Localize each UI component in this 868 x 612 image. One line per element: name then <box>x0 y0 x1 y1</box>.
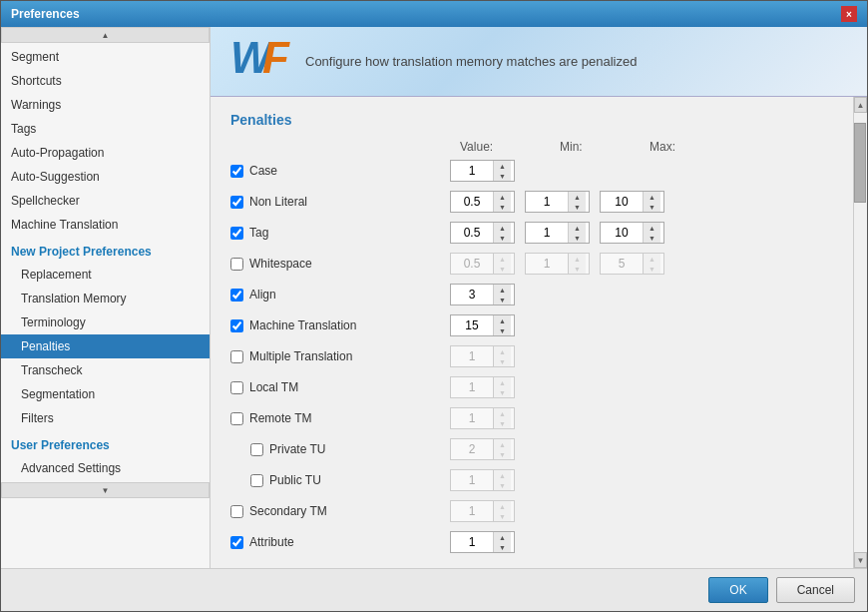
sidebar-item-spellchecker[interactable]: Spellchecker <box>1 189 210 213</box>
dialog-title: Preferences <box>11 7 80 21</box>
sidebar-item-replacement[interactable]: Replacement <box>1 263 210 287</box>
non-literal-value-spinner[interactable]: ▲ ▼ <box>450 191 515 213</box>
tag-min-up[interactable]: ▲ <box>568 223 586 233</box>
sidebar-item-tags[interactable]: Tags <box>1 117 210 141</box>
align-value-down[interactable]: ▼ <box>493 295 511 305</box>
multiple-translation-value-spinner-btns: ▲ ▼ <box>493 346 511 366</box>
sidebar-scroll-down[interactable]: ▼ <box>1 482 210 498</box>
ok-button[interactable]: OK <box>708 577 767 603</box>
penalty-row-multiple-translation: Multiple Translation ▲ ▼ <box>230 343 833 369</box>
tag-min-down[interactable]: ▼ <box>568 233 586 243</box>
sidebar-item-transcheck[interactable]: Transcheck <box>1 358 210 382</box>
align-value-spinner[interactable]: ▲ ▼ <box>450 284 515 306</box>
non-literal-checkbox[interactable] <box>230 196 243 209</box>
non-literal-max-down[interactable]: ▼ <box>643 202 660 212</box>
case-value-spinner-btns: ▲ ▼ <box>493 161 511 181</box>
tag-max-input[interactable] <box>601 223 643 243</box>
tag-max-up[interactable]: ▲ <box>643 223 660 233</box>
tag-value-up[interactable]: ▲ <box>493 223 511 233</box>
attribute-checkbox[interactable] <box>230 536 243 549</box>
whitespace-min-input <box>526 254 568 274</box>
sidebar-item-terminology[interactable]: Terminology <box>1 310 210 334</box>
non-literal-value-down[interactable]: ▼ <box>493 202 511 212</box>
align-checkbox[interactable] <box>230 289 243 302</box>
sidebar-item-shortcuts[interactable]: Shortcuts <box>1 69 210 93</box>
machine-translation-label: Machine Translation <box>249 318 356 332</box>
non-literal-min-down[interactable]: ▼ <box>568 202 586 212</box>
sidebar-scroll-up[interactable]: ▲ <box>1 27 210 43</box>
tag-checkbox[interactable] <box>230 227 243 240</box>
tag-min-input[interactable] <box>526 223 568 243</box>
attribute-value-down[interactable]: ▼ <box>493 542 511 552</box>
non-literal-max-input[interactable] <box>601 192 643 212</box>
content-header: W F Configure how translation memory mat… <box>211 27 867 97</box>
non-literal-max-spinner[interactable]: ▲ ▼ <box>600 191 664 213</box>
sidebar-item-filters[interactable]: Filters <box>1 406 210 430</box>
public-tu-checkbox[interactable] <box>250 474 263 487</box>
secondary-tm-value-down: ▼ <box>493 511 511 521</box>
case-value-spinner[interactable]: ▲ ▼ <box>450 160 515 182</box>
content-scrollbar[interactable]: ▲ ▼ <box>853 97 867 568</box>
sidebar-item-segment[interactable]: Segment <box>1 45 210 69</box>
non-literal-min-spinner[interactable]: ▲ ▼ <box>525 191 590 213</box>
machine-translation-value-down[interactable]: ▼ <box>493 325 511 335</box>
align-value-up[interactable]: ▲ <box>493 285 511 295</box>
attribute-check-label: Attribute <box>230 535 450 549</box>
local-tm-checkbox[interactable] <box>230 381 243 394</box>
attribute-value-spinner[interactable]: ▲ ▼ <box>450 531 515 553</box>
machine-translation-value-up[interactable]: ▲ <box>493 315 511 325</box>
private-tu-checkbox[interactable] <box>250 443 263 456</box>
whitespace-label: Whitespace <box>249 257 312 271</box>
align-value-input[interactable] <box>451 285 493 305</box>
tag-min-spinner[interactable]: ▲ ▼ <box>525 222 590 244</box>
case-value-down[interactable]: ▼ <box>493 171 511 181</box>
sidebar-item-warnings[interactable]: Warnings <box>1 93 210 117</box>
non-literal-value-up[interactable]: ▲ <box>493 192 511 202</box>
sidebar-item-auto-suggestion[interactable]: Auto-Suggestion <box>1 165 210 189</box>
penalty-row-attribute: Attribute ▲ ▼ <box>230 529 833 555</box>
remote-tm-checkbox[interactable] <box>230 412 243 425</box>
content-scroll-track[interactable] <box>854 113 867 552</box>
secondary-tm-checkbox[interactable] <box>230 505 243 518</box>
non-literal-value-input[interactable] <box>451 192 493 212</box>
content-scroll-up[interactable]: ▲ <box>854 97 867 113</box>
attribute-value-input[interactable] <box>451 532 493 552</box>
penalty-row-align: Align ▲ ▼ <box>230 282 833 307</box>
penalty-row-machine-translation: Machine Translation ▲ ▼ <box>230 312 833 338</box>
tag-value-input[interactable] <box>451 223 493 243</box>
sidebar-item-penalties[interactable]: Penalties <box>1 334 210 358</box>
wf-logo: W F <box>230 35 290 88</box>
tag-max-spinner[interactable]: ▲ ▼ <box>600 222 664 244</box>
content-scroll-thumb[interactable] <box>854 123 866 203</box>
cancel-button[interactable]: Cancel <box>776 577 855 603</box>
whitespace-max-up: ▲ <box>643 254 660 264</box>
preferences-dialog: Preferences × ▲ Segment Shortcuts Warnin… <box>0 0 868 612</box>
tag-max-down[interactable]: ▼ <box>643 233 660 243</box>
non-literal-min-input[interactable] <box>526 192 568 212</box>
case-checkbox[interactable] <box>230 165 243 178</box>
non-literal-min-up[interactable]: ▲ <box>568 192 586 202</box>
tag-value-down[interactable]: ▼ <box>493 233 511 243</box>
machine-translation-value-input[interactable] <box>451 315 493 335</box>
machine-translation-value-spinner[interactable]: ▲ ▼ <box>450 314 515 336</box>
sidebar-item-auto-propagation[interactable]: Auto-Propagation <box>1 141 210 165</box>
whitespace-checkbox[interactable] <box>230 258 243 271</box>
multiple-translation-checkbox[interactable] <box>230 350 243 363</box>
non-literal-max-up[interactable]: ▲ <box>643 192 660 202</box>
tag-value-spinner[interactable]: ▲ ▼ <box>450 222 515 244</box>
sidebar-item-segmentation[interactable]: Segmentation <box>1 382 210 406</box>
close-button[interactable]: × <box>841 6 857 22</box>
attribute-value-up[interactable]: ▲ <box>493 532 511 542</box>
remote-tm-label: Remote TM <box>249 411 311 425</box>
case-value-input[interactable] <box>451 161 493 181</box>
sidebar-item-machine-translation[interactable]: Machine Translation <box>1 213 210 237</box>
non-literal-check-label: Non Literal <box>230 195 450 209</box>
new-project-section-header: New Project Preferences <box>1 237 210 263</box>
machine-translation-checkbox[interactable] <box>230 319 243 332</box>
content-scroll-down[interactable]: ▼ <box>854 552 867 568</box>
local-tm-check-label: Local TM <box>230 380 450 394</box>
case-value-up[interactable]: ▲ <box>493 161 511 171</box>
sidebar-item-translation-memory[interactable]: Translation Memory <box>1 287 210 310</box>
whitespace-min-spinner: ▲ ▼ <box>525 253 590 275</box>
sidebar-item-advanced-settings[interactable]: Advanced Settings <box>1 456 210 480</box>
